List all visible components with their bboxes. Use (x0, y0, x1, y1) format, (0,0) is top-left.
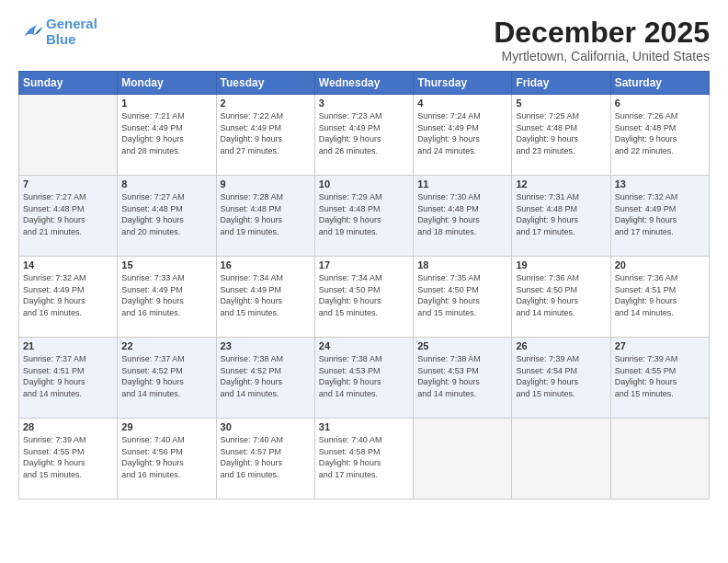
calendar-day-cell: 17Sunrise: 7:34 AM Sunset: 4:50 PM Dayli… (314, 257, 413, 338)
weekday-header: Tuesday (216, 72, 314, 95)
calendar-day-cell: 12Sunrise: 7:31 AM Sunset: 4:48 PM Dayli… (512, 176, 610, 257)
day-info: Sunrise: 7:39 AM Sunset: 4:55 PM Dayligh… (615, 353, 705, 399)
calendar-day-cell: 7Sunrise: 7:27 AM Sunset: 4:48 PM Daylig… (19, 176, 118, 257)
day-info: Sunrise: 7:37 AM Sunset: 4:52 PM Dayligh… (121, 353, 211, 399)
day-number: 1 (121, 98, 211, 109)
day-info: Sunrise: 7:37 AM Sunset: 4:51 PM Dayligh… (23, 353, 113, 399)
day-number: 15 (121, 259, 211, 270)
calendar-day-cell: 13Sunrise: 7:32 AM Sunset: 4:49 PM Dayli… (610, 176, 709, 257)
calendar-week-row: 21Sunrise: 7:37 AM Sunset: 4:51 PM Dayli… (19, 338, 710, 419)
calendar-week-row: 14Sunrise: 7:32 AM Sunset: 4:49 PM Dayli… (19, 257, 710, 338)
day-number: 7 (23, 178, 113, 190)
day-info: Sunrise: 7:33 AM Sunset: 4:49 PM Dayligh… (121, 272, 211, 318)
weekday-header: Sunday (19, 72, 118, 95)
day-info: Sunrise: 7:40 AM Sunset: 4:56 PM Dayligh… (121, 434, 211, 480)
day-info: Sunrise: 7:23 AM Sunset: 4:49 PM Dayligh… (319, 110, 409, 156)
day-info: Sunrise: 7:36 AM Sunset: 4:50 PM Dayligh… (516, 272, 606, 318)
calendar-day-cell: 19Sunrise: 7:36 AM Sunset: 4:50 PM Dayli… (512, 257, 610, 338)
logo: General Blue (18, 17, 97, 47)
day-number: 25 (417, 340, 507, 351)
day-number: 19 (516, 259, 606, 270)
calendar-day-cell: 16Sunrise: 7:34 AM Sunset: 4:49 PM Dayli… (216, 257, 314, 338)
calendar-day-cell (414, 419, 512, 500)
title-block: December 2025 Myrtletown, California, Un… (494, 17, 710, 63)
day-number: 5 (516, 98, 606, 109)
day-info: Sunrise: 7:22 AM Sunset: 4:49 PM Dayligh… (221, 110, 311, 156)
calendar-day-cell: 4Sunrise: 7:24 AM Sunset: 4:49 PM Daylig… (414, 95, 512, 176)
day-number: 6 (615, 98, 705, 109)
header: General Blue December 2025 Myrtletown, C… (18, 17, 710, 63)
day-info: Sunrise: 7:35 AM Sunset: 4:50 PM Dayligh… (417, 272, 507, 318)
day-info: Sunrise: 7:40 AM Sunset: 4:58 PM Dayligh… (319, 434, 409, 480)
calendar-day-cell: 28Sunrise: 7:39 AM Sunset: 4:55 PM Dayli… (19, 419, 118, 500)
calendar-header-row: SundayMondayTuesdayWednesdayThursdayFrid… (19, 72, 710, 95)
weekday-header: Wednesday (314, 72, 413, 95)
day-info: Sunrise: 7:27 AM Sunset: 4:48 PM Dayligh… (121, 191, 211, 237)
calendar-day-cell: 8Sunrise: 7:27 AM Sunset: 4:48 PM Daylig… (118, 176, 216, 257)
calendar-day-cell: 5Sunrise: 7:25 AM Sunset: 4:48 PM Daylig… (512, 95, 610, 176)
day-number: 22 (121, 340, 211, 351)
weekday-header: Thursday (414, 72, 512, 95)
calendar-day-cell: 30Sunrise: 7:40 AM Sunset: 4:57 PM Dayli… (216, 419, 314, 500)
day-number: 10 (319, 178, 409, 190)
day-info: Sunrise: 7:38 AM Sunset: 4:52 PM Dayligh… (221, 353, 311, 399)
day-info: Sunrise: 7:31 AM Sunset: 4:48 PM Dayligh… (516, 191, 606, 237)
day-info: Sunrise: 7:40 AM Sunset: 4:57 PM Dayligh… (221, 434, 311, 480)
weekday-header: Monday (118, 72, 216, 95)
day-number: 24 (319, 340, 409, 351)
calendar-day-cell: 27Sunrise: 7:39 AM Sunset: 4:55 PM Dayli… (610, 338, 709, 419)
day-info: Sunrise: 7:32 AM Sunset: 4:49 PM Dayligh… (23, 272, 113, 318)
calendar-day-cell: 20Sunrise: 7:36 AM Sunset: 4:51 PM Dayli… (610, 257, 709, 338)
day-info: Sunrise: 7:36 AM Sunset: 4:51 PM Dayligh… (615, 272, 705, 318)
day-info: Sunrise: 7:26 AM Sunset: 4:48 PM Dayligh… (615, 110, 705, 156)
calendar-week-row: 28Sunrise: 7:39 AM Sunset: 4:55 PM Dayli… (19, 419, 710, 500)
day-number: 9 (221, 178, 311, 190)
calendar-day-cell: 3Sunrise: 7:23 AM Sunset: 4:49 PM Daylig… (314, 95, 413, 176)
day-number: 2 (221, 98, 311, 109)
day-info: Sunrise: 7:27 AM Sunset: 4:48 PM Dayligh… (23, 191, 113, 237)
day-info: Sunrise: 7:34 AM Sunset: 4:49 PM Dayligh… (221, 272, 311, 318)
calendar-day-cell: 14Sunrise: 7:32 AM Sunset: 4:49 PM Dayli… (19, 257, 118, 338)
day-number: 26 (516, 340, 606, 351)
calendar-week-row: 1Sunrise: 7:21 AM Sunset: 4:49 PM Daylig… (19, 95, 710, 176)
logo-icon (18, 22, 44, 42)
calendar-subtitle: Myrtletown, California, United States (494, 49, 710, 63)
calendar-day-cell: 18Sunrise: 7:35 AM Sunset: 4:50 PM Dayli… (414, 257, 512, 338)
day-number: 21 (23, 340, 113, 351)
day-number: 12 (516, 178, 606, 190)
day-info: Sunrise: 7:29 AM Sunset: 4:48 PM Dayligh… (319, 191, 409, 237)
day-info: Sunrise: 7:30 AM Sunset: 4:48 PM Dayligh… (417, 191, 507, 237)
day-info: Sunrise: 7:38 AM Sunset: 4:53 PM Dayligh… (417, 353, 507, 399)
day-number: 14 (23, 259, 113, 270)
day-info: Sunrise: 7:34 AM Sunset: 4:50 PM Dayligh… (319, 272, 409, 318)
day-number: 4 (417, 98, 507, 109)
day-info: Sunrise: 7:28 AM Sunset: 4:48 PM Dayligh… (221, 191, 311, 237)
calendar-day-cell: 10Sunrise: 7:29 AM Sunset: 4:48 PM Dayli… (314, 176, 413, 257)
calendar-day-cell (19, 95, 118, 176)
day-number: 13 (615, 178, 705, 190)
calendar-day-cell: 24Sunrise: 7:38 AM Sunset: 4:53 PM Dayli… (314, 338, 413, 419)
day-info: Sunrise: 7:21 AM Sunset: 4:49 PM Dayligh… (121, 110, 211, 156)
calendar-day-cell: 31Sunrise: 7:40 AM Sunset: 4:58 PM Dayli… (314, 419, 413, 500)
day-number: 30 (221, 421, 311, 432)
day-info: Sunrise: 7:32 AM Sunset: 4:49 PM Dayligh… (615, 191, 705, 237)
day-info: Sunrise: 7:25 AM Sunset: 4:48 PM Dayligh… (516, 110, 606, 156)
calendar-week-row: 7Sunrise: 7:27 AM Sunset: 4:48 PM Daylig… (19, 176, 710, 257)
day-number: 27 (615, 340, 705, 351)
calendar-title: December 2025 (494, 17, 710, 49)
calendar-day-cell: 11Sunrise: 7:30 AM Sunset: 4:48 PM Dayli… (414, 176, 512, 257)
day-number: 3 (319, 98, 409, 109)
calendar-day-cell: 26Sunrise: 7:39 AM Sunset: 4:54 PM Dayli… (512, 338, 610, 419)
day-number: 17 (319, 259, 409, 270)
day-number: 31 (319, 421, 409, 432)
day-number: 8 (121, 178, 211, 190)
day-number: 20 (615, 259, 705, 270)
calendar-table: SundayMondayTuesdayWednesdayThursdayFrid… (18, 71, 710, 500)
weekday-header: Friday (512, 72, 610, 95)
calendar-day-cell (512, 419, 610, 500)
weekday-header: Saturday (610, 72, 709, 95)
day-number: 23 (221, 340, 311, 351)
calendar-day-cell: 2Sunrise: 7:22 AM Sunset: 4:49 PM Daylig… (216, 95, 314, 176)
logo-line2: Blue (46, 32, 97, 48)
calendar-day-cell: 23Sunrise: 7:38 AM Sunset: 4:52 PM Dayli… (216, 338, 314, 419)
